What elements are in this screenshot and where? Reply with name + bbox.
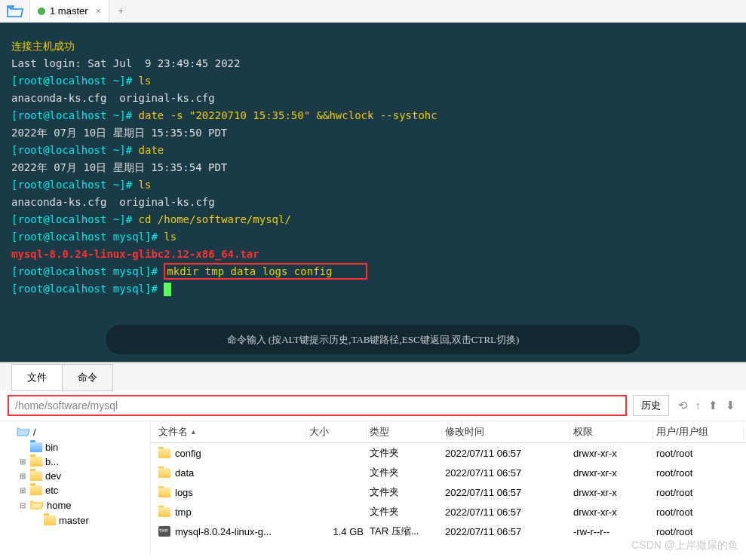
file-owner: root/root — [653, 486, 744, 499]
file-mtime: 2022/07/11 06:57 — [442, 447, 570, 460]
file-name: logs — [175, 487, 193, 498]
expand-icon[interactable]: ⊟ — [18, 501, 27, 510]
tree-item[interactable]: bin — [2, 440, 149, 454]
tree-label: dev — [45, 470, 61, 482]
tab-label: 1 master — [50, 5, 88, 17]
file-name: tmp — [175, 506, 192, 518]
upload-icon[interactable]: ⬆ — [705, 397, 721, 414]
cmd: cd /home/software/mysql/ — [139, 213, 291, 225]
expand-icon[interactable]: ⊞ — [18, 472, 27, 480]
tree-item[interactable]: ⊞etc — [2, 483, 149, 497]
close-tab-icon[interactable]: × — [96, 5, 102, 17]
prompt: [root@localhost ~]# — [11, 109, 139, 121]
file-owner: root/root — [653, 525, 744, 538]
tree-item[interactable]: / — [2, 424, 149, 440]
expand-icon[interactable]: ⊞ — [18, 486, 27, 494]
add-tab-button[interactable]: + — [109, 0, 132, 22]
tree-label: / — [33, 427, 36, 438]
output: 2022年 07月 10日 星期日 15:35:50 PDT — [11, 127, 227, 139]
tree-item[interactable]: ⊞b... — [2, 454, 149, 469]
folder-icon — [30, 457, 42, 467]
col-owner[interactable]: 用户/用户组 — [653, 424, 744, 440]
file-size — [306, 491, 367, 493]
up-icon[interactable]: ↑ — [692, 397, 705, 414]
file-row[interactable]: tmp文件夹2022/07/11 06:57drwxr-xr-xroot/roo… — [151, 502, 746, 522]
folder-icon — [158, 507, 170, 517]
file-mtime: 2022/07/11 06:57 — [442, 506, 570, 519]
status-dot — [38, 8, 45, 15]
folder-icon — [30, 442, 42, 452]
file-name: mysql-8.0.24-linux-g... — [175, 526, 272, 537]
file-type: TAR 压缩... — [367, 524, 442, 539]
path-input[interactable] — [8, 395, 627, 416]
folder-icon — [158, 488, 170, 497]
tree-label: bin — [45, 442, 58, 453]
file-perm: drwxr-xr-x — [570, 447, 653, 460]
tab-command[interactable]: 命令 — [62, 364, 113, 391]
tar-file-line: mysql-8.0.24-linux-glibc2.12-x86_64.tar — [11, 248, 259, 260]
file-perm: drwxr-xr-x — [570, 506, 653, 519]
cmd: ls — [164, 231, 177, 243]
tree-item[interactable]: master — [2, 513, 149, 528]
tree-item[interactable]: ⊞dev — [2, 469, 149, 483]
col-name[interactable]: 文件名 ▲ — [155, 424, 306, 440]
tab-file[interactable]: 文件 — [11, 364, 63, 391]
file-size — [306, 452, 367, 454]
file-mtime: 2022/07/11 06:57 — [442, 467, 570, 479]
download-icon[interactable]: ⬇ — [723, 397, 738, 414]
folder-icon — [158, 448, 170, 458]
file-perm: -rw-r--r-- — [570, 525, 653, 538]
file-mtime: 2022/07/11 06:57 — [442, 525, 570, 538]
file-row[interactable]: data文件夹2022/07/11 06:57drwxr-xr-xroot/ro… — [151, 463, 746, 482]
file-row[interactable]: logs文件夹2022/07/11 06:57drwxr-xr-xroot/ro… — [151, 482, 746, 502]
folder-icon — [44, 516, 56, 525]
tree-label: master — [59, 515, 89, 526]
tree-label: home — [47, 500, 72, 511]
file-owner: root/root — [653, 447, 744, 460]
file-type: 文件夹 — [367, 504, 442, 519]
prompt: [root@localhost ~]# — [11, 179, 139, 191]
terminal[interactable]: 连接主机成功 Last login: Sat Jul 9 23:49:45 20… — [0, 23, 746, 362]
col-mtime[interactable]: 修改时间 — [442, 424, 570, 440]
cursor — [164, 283, 171, 296]
folder-icon — [30, 471, 42, 481]
connect-success: 连接主机成功 — [11, 40, 75, 52]
col-type[interactable]: 类型 — [367, 424, 442, 440]
prompt: [root@localhost ~]# — [11, 144, 139, 156]
expand-icon[interactable]: ⊞ — [18, 457, 27, 466]
tree-label: b... — [45, 456, 59, 467]
file-list: 文件名 ▲ 大小 类型 修改时间 权限 用户/用户组 config文件夹2022… — [151, 421, 746, 554]
folder-tree: /bin⊞b...⊞dev⊞etc⊟homemaster — [0, 421, 151, 554]
file-name: data — [175, 467, 194, 479]
folder-open-icon — [17, 426, 30, 439]
prompt: [root@localhost ~]# — [11, 213, 139, 225]
last-login: Last login: Sat Jul 9 23:49:45 2022 — [11, 57, 240, 69]
col-size[interactable]: 大小 — [306, 424, 367, 440]
prompt: [root@localhost mysql]# — [11, 265, 164, 277]
tree-item[interactable]: ⊟home — [2, 497, 149, 513]
open-folder-button[interactable] — [0, 0, 30, 22]
file-row[interactable]: config文件夹2022/07/11 06:57drwxr-xr-xroot/… — [151, 443, 746, 463]
output: anaconda-ks.cfg original-ks.cfg — [11, 196, 215, 208]
refresh-icon[interactable]: ⟲ — [675, 397, 691, 414]
session-tab[interactable]: 1 master × — [30, 0, 109, 22]
cmd-mkdir: mkdir tmp data logs config — [167, 265, 332, 277]
file-type: 文件夹 — [367, 465, 442, 480]
file-type: 文件夹 — [367, 445, 442, 461]
file-name: config — [175, 448, 201, 459]
prompt: [root@localhost ~]# — [11, 75, 139, 87]
output: 2022年 07月 10日 星期日 15:35:54 PDT — [11, 161, 227, 173]
cmd: date — [139, 144, 164, 156]
command-hint: 命令输入 (按ALT键提示历史,TAB键路径,ESC键返回,双击CTRL切换) — [106, 325, 640, 354]
history-button[interactable]: 历史 — [633, 395, 669, 416]
file-mtime: 2022/07/11 06:57 — [442, 486, 570, 499]
folder-icon — [30, 485, 42, 495]
file-size — [306, 472, 367, 473]
file-perm: drwxr-xr-x — [570, 486, 653, 499]
file-owner: root/root — [653, 467, 744, 479]
tree-label: etc — [45, 485, 58, 496]
prompt: [root@localhost mysql]# — [11, 283, 164, 295]
file-size — [306, 511, 367, 513]
col-perm[interactable]: 权限 — [570, 424, 653, 440]
folder-icon — [158, 468, 170, 478]
